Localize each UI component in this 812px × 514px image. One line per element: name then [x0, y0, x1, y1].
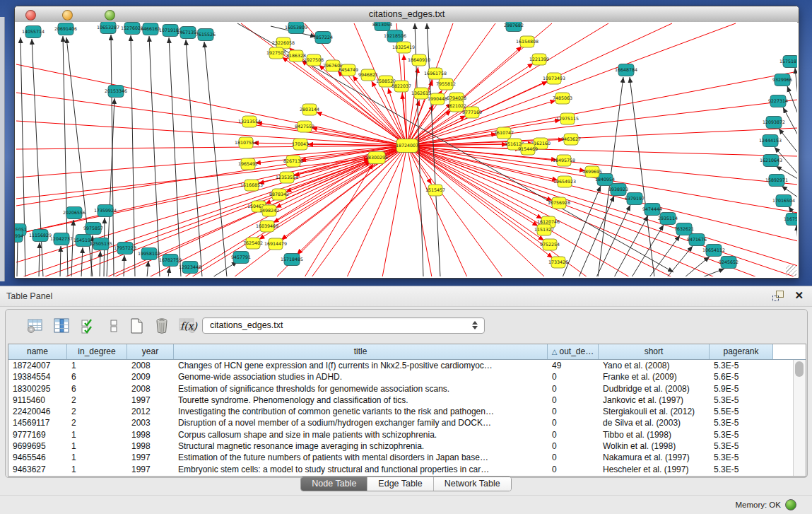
graph-node[interactable]: 12353554	[276, 172, 298, 183]
graph-node[interactable]: 16039469	[256, 221, 278, 232]
table-row[interactable]: 1456911722003Disruption of a novel membe…	[8, 417, 806, 428]
graph-node[interactable]: 1167533	[784, 214, 797, 226]
table-row[interactable]: 969969511998Structural magnetic resonanc…	[8, 440, 806, 452]
graph-node[interactable]: 170043	[292, 139, 309, 150]
graph-node[interactable]: 1990448	[428, 93, 447, 105]
graph-node[interactable]: 1221399	[529, 54, 549, 65]
graph-node[interactable]: 12093872	[763, 117, 785, 129]
graph-node[interactable]: 9899695	[582, 166, 602, 177]
memory-ok-icon[interactable]	[785, 499, 796, 510]
graph-node[interactable]: 7632621	[674, 223, 694, 235]
graph-node[interactable]: 12444153	[759, 135, 782, 147]
network-window-titlebar[interactable]: citations_edges.txt	[15, 6, 799, 23]
graph-node[interactable]: 16914479	[264, 238, 287, 250]
graph-node[interactable]: 9777169	[462, 107, 482, 118]
graph-node[interactable]: 1515457	[425, 185, 445, 196]
graph-node[interactable]: 12975115	[556, 113, 579, 124]
graph-node[interactable]: 18640910	[408, 54, 430, 66]
graph-node[interactable]: 8186328	[286, 50, 306, 62]
column-header-short[interactable]: short	[599, 344, 710, 359]
table-row[interactable]: 977716911998Corpus callosum shape and si…	[8, 429, 806, 440]
graph-node[interactable]: 15166853	[240, 180, 263, 191]
graph-node[interactable]: 1610747	[494, 127, 514, 139]
graph-node[interactable]: 9946821	[358, 69, 378, 81]
delete-column-icon[interactable]	[153, 317, 171, 335]
graph-node[interactable]: 9457791	[231, 252, 251, 264]
network-canvas[interactable]: 1405571420691406106532871527602164661611…	[15, 22, 797, 276]
graph-node[interactable]: 1733426	[548, 257, 568, 268]
select-all-icon[interactable]	[79, 317, 98, 335]
column-header-out_degree[interactable]: △out_de…	[548, 344, 599, 359]
graph-node[interactable]: 7955812	[436, 78, 456, 90]
tab-network-table[interactable]: Network Table	[433, 477, 511, 491]
graph-node[interactable]: 15751874	[779, 56, 797, 68]
graph-node[interactable]: 1965492	[238, 158, 258, 170]
graph-node[interactable]: 6466161	[141, 23, 160, 35]
clear-selection-icon[interactable]	[105, 317, 123, 335]
graph-node[interactable]: 16053809	[285, 22, 307, 34]
graph-node[interactable]: 2803144	[300, 104, 319, 115]
close-panel-icon[interactable]: ✕	[794, 289, 804, 302]
graph-node[interactable]: 391994	[15, 230, 23, 243]
graph-node[interactable]: 8267130	[283, 156, 303, 167]
function-builder-icon[interactable]: f(x)	[180, 317, 198, 335]
graph-node[interactable]: 15892971	[765, 175, 788, 187]
new-column-icon[interactable]	[127, 317, 146, 335]
graph-node[interactable]: 1927508	[304, 54, 324, 66]
graph-node[interactable]: 6379197	[625, 193, 645, 205]
graph-node[interactable]: 9227314	[768, 95, 788, 107]
graph-node[interactable]: 10653287	[97, 22, 119, 34]
graph-node[interactable]: 16961758	[424, 68, 447, 79]
graph-node[interactable]: 8427552	[295, 121, 314, 132]
table-row[interactable]: 2242004622012Investigating the contribut…	[8, 406, 806, 417]
graph-node[interactable]: 17359924	[94, 205, 117, 217]
table-row[interactable]: 911546021997Tourette syndrome. Phenomeno…	[8, 395, 806, 406]
graph-node[interactable]: 9245652	[719, 257, 739, 269]
graph-node[interactable]: 17957223	[114, 243, 136, 255]
resize-grip[interactable]	[786, 265, 796, 276]
graph-node[interactable]: 9154469	[518, 144, 538, 155]
graph-node[interactable]: 18724007	[396, 139, 418, 153]
graph-node[interactable]: 1927505	[266, 47, 286, 59]
table-row[interactable]: 946362711997Embryonic stem cells: a mode…	[8, 464, 806, 475]
graph-node[interactable]: 1151327	[534, 224, 554, 235]
tab-edge-table[interactable]: Edge Table	[367, 477, 433, 491]
graph-node[interactable]: 10654112	[702, 245, 725, 257]
graph-node[interactable]: 7857224	[313, 32, 333, 44]
graph-node[interactable]: 19218506	[384, 30, 406, 42]
graph-node[interactable]: 20691406	[54, 23, 77, 35]
graph-node[interactable]: 9463627	[561, 134, 581, 145]
graph-node[interactable]: 17016504	[772, 195, 795, 207]
graph-node[interactable]: 2987682	[504, 22, 524, 32]
graph-node[interactable]: 16648784	[615, 64, 637, 76]
column-header-in_degree[interactable]: in_degree	[67, 344, 127, 359]
graph-node[interactable]: 8822037	[392, 81, 411, 92]
graph-node[interactable]: 9975857	[83, 223, 103, 235]
graph-node[interactable]: 8471676	[687, 234, 707, 246]
graph-node[interactable]: 8813054	[372, 22, 392, 31]
table-settings-icon[interactable]	[25, 317, 44, 335]
select-column-icon[interactable]	[52, 317, 71, 335]
graph-node[interactable]: 18495758	[553, 155, 575, 166]
graph-node[interactable]: 11156829	[29, 230, 52, 242]
graph-node[interactable]: 7625402	[243, 238, 263, 249]
graph-node[interactable]: 9474444	[642, 204, 662, 216]
graph-node[interactable]: 12505135	[90, 238, 112, 250]
graph-node[interactable]: 19958107	[138, 248, 160, 260]
table-row[interactable]: 946554611997Estimation of the future num…	[8, 452, 806, 463]
graph-node[interactable]: 2935114	[658, 213, 678, 225]
graph-node[interactable]: 12042737	[50, 233, 73, 245]
graph-node[interactable]: 16210643	[760, 155, 782, 167]
graph-node[interactable]: 9752254	[540, 239, 560, 250]
column-header-year[interactable]: year	[127, 344, 174, 359]
graph-node[interactable]: 19654923	[553, 176, 576, 187]
graph-node[interactable]: 20206556	[63, 207, 86, 219]
table-row[interactable]: 1830029562008Estimation of significance …	[8, 383, 806, 395]
graph-node[interactable]: 12923448	[179, 262, 201, 274]
graph-node[interactable]: 18300295	[365, 152, 388, 164]
graph-node[interactable]: 20153346	[105, 86, 127, 98]
graph-node[interactable]: 7615526	[196, 29, 216, 41]
table-row[interactable]: 1872400712008Changes of HCN gene express…	[8, 360, 806, 371]
table-row[interactable]: 1938455462009Genome-wide association stu…	[8, 371, 806, 382]
tab-node-table[interactable]: Node Table	[301, 477, 367, 491]
